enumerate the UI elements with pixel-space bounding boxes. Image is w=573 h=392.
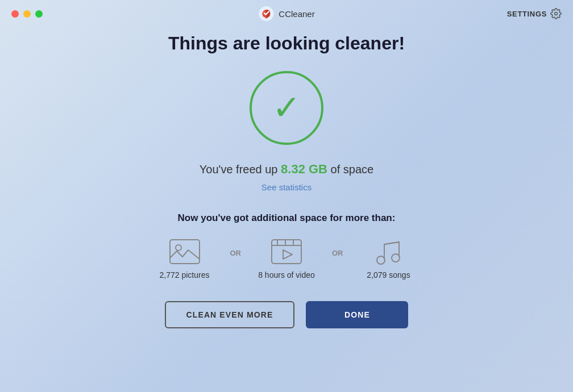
clean-even-more-button[interactable]: CLEAN EVEN MORE [165,301,295,328]
settings-button[interactable]: SETTINGS [507,8,562,19]
svg-point-12 [392,254,400,262]
svg-line-10 [384,242,399,244]
songs-icon [372,237,406,266]
app-name-label: CCleaner [279,9,314,19]
svg-rect-2 [170,240,200,264]
svg-point-3 [176,245,181,251]
pictures-icon [168,237,202,266]
video-label: 8 hours of video [258,270,315,280]
songs-label: 2,079 songs [367,270,410,280]
app-logo-icon [258,6,274,22]
gear-icon [550,8,562,19]
see-statistics-link[interactable]: See statistics [261,182,312,192]
video-icon [269,237,304,266]
settings-label: SETTINGS [507,10,547,18]
or-label-2: OR [332,249,343,257]
main-content: Things are looking cleaner! ✓ You've fre… [0,27,573,328]
app-title-area: CCleaner [258,6,314,22]
action-buttons: CLEAN EVEN MORE DONE [165,301,409,328]
video-item: 8 hours of video [252,237,321,280]
svg-point-1 [555,12,558,15]
space-amount: 8.32 GB [281,162,327,176]
media-types-row: 2,772 pictures OR 8 hours of video OR [151,237,423,280]
close-button[interactable] [11,10,19,18]
pictures-label: 2,772 pictures [160,270,210,280]
title-bar: CCleaner SETTINGS [0,0,573,27]
svg-point-11 [377,256,385,264]
or-label-1: OR [230,249,242,257]
space-freed-text: You've freed up 8.32 GB of space [200,162,373,177]
window-controls [11,10,43,18]
svg-marker-9 [283,250,292,259]
checkmark-icon: ✓ [272,91,301,125]
pictures-item: 2,772 pictures [151,237,219,280]
minimize-button[interactable] [23,10,31,18]
done-button[interactable]: DONE [306,301,408,328]
space-freed-prefix: You've freed up [200,163,281,176]
headline: Things are looking cleaner! [168,33,405,54]
additional-space-label: Now you've got additional space for more… [178,212,396,224]
songs-item: 2,079 songs [355,237,423,280]
space-freed-suffix: of space [327,163,373,176]
maximize-button[interactable] [35,10,43,18]
success-circle: ✓ [250,71,323,145]
